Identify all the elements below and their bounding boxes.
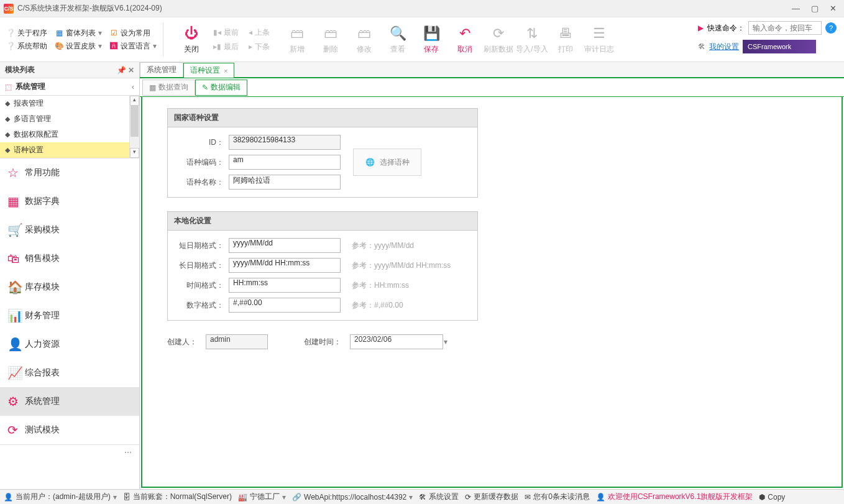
main-area: 系统管理 语种设置× ▦数据查询 ✎数据编辑 国家语种设置 ID：3829802… — [140, 62, 844, 489]
number-input[interactable]: #,##0.00 — [229, 298, 341, 313]
status-factory[interactable]: 🏭宁德工厂▾ — [238, 492, 286, 502]
help-icon[interactable]: ? — [825, 22, 837, 34]
menubar: ❔关于程序 ▦窗体列表 ▾ ☑设为常用 ❔系统帮助 🎨设置皮肤 ▾ 🅰设置语言 … — [0, 17, 844, 62]
nav-item-dict[interactable]: ▦数据字典 — [0, 187, 139, 216]
last-record-button[interactable]: ▸▮最后 — [213, 42, 239, 52]
modify-button[interactable]: 🗃修改 — [347, 20, 381, 60]
refresh-button[interactable]: ⟳刷新数据 — [482, 20, 515, 60]
nav-item-sales[interactable]: 🛍销售模块 — [0, 244, 139, 273]
nav-item-hr[interactable]: 👤人力资源 — [0, 330, 139, 359]
time-input[interactable]: HH:mm:ss — [229, 278, 341, 293]
module-list-header: 模块列表 📌 ✕ — [0, 62, 139, 78]
titlebar-text: C/S系统快速开发框架-旗舰版V6.1(2024-09) — [17, 3, 162, 14]
nav-item-test[interactable]: ⟳测试模块 — [0, 416, 139, 444]
nav-item-purchase[interactable]: 🛒采购模块 — [0, 216, 139, 244]
tree-item[interactable]: ◆数据权限配置 — [0, 127, 129, 142]
about-button[interactable]: ❔关于程序 — [6, 28, 47, 39]
id-label: ID： — [177, 137, 229, 148]
set-skin-button[interactable]: 🎨设置皮肤 ▾ — [55, 41, 102, 52]
dropdown-icon[interactable]: ▾ — [441, 337, 451, 346]
quick-cmd-label: 快速命令： — [707, 23, 745, 34]
window-list-button[interactable]: ▦窗体列表 ▾ — [55, 28, 102, 39]
prev-record-button[interactable]: ◂上条 — [249, 27, 270, 38]
panel-lang-settings: 国家语种设置 ID：382980215984133 语种编码：am 语种名称：阿… — [167, 108, 478, 198]
window-controls: — ▢ ✕ — [792, 4, 840, 13]
nav-item-sysmgmt[interactable]: ⚙系统管理 — [0, 387, 139, 416]
save-button[interactable]: 💾保存 — [415, 20, 448, 60]
edit-icon: ✎ — [202, 83, 208, 92]
tree-item[interactable]: ◆多语言管理 — [0, 111, 129, 127]
tree-area: ◆报表管理 ◆多语言管理 ◆数据权限配置 ◆语种设置 ▴▾ — [0, 96, 139, 158]
sub-tab-edit[interactable]: ✎数据编辑 — [195, 80, 247, 96]
status-update-cache[interactable]: ⟳更新缓存数据 — [465, 492, 518, 502]
tree-item[interactable]: ◆报表管理 — [0, 96, 129, 111]
hint: 参考：yyyy/MM/dd HH:mm:ss — [352, 260, 451, 271]
status-sys-settings[interactable]: 🛠系统设置 — [419, 492, 459, 502]
quick-cmd-input[interactable] — [748, 21, 822, 35]
promo-banner[interactable]: CSFramework — [743, 40, 816, 53]
nav-list: ☆常用功能 ▦数据字典 🛒采购模块 🛍销售模块 🏠库存模块 📊财务管理 👤人力资… — [0, 158, 139, 444]
close-window-button[interactable]: ✕ — [830, 4, 837, 13]
pin-icon[interactable]: 📌 ✕ — [117, 66, 134, 75]
short-date-input[interactable]: yyyy/MM/dd — [229, 238, 341, 253]
create-time-input[interactable]: 2023/02/06 — [350, 334, 443, 349]
nav-item-report[interactable]: 📈综合报表 — [0, 359, 139, 387]
long-date-input[interactable]: yyyy/MM/dd HH:mm:ss — [229, 258, 341, 273]
close-button[interactable]: ⏻关闭 — [175, 20, 208, 60]
panel-header: 国家语种设置 — [168, 109, 477, 127]
next-record-button[interactable]: ▸下条 — [249, 42, 270, 52]
nav-item-common[interactable]: ☆常用功能 — [0, 158, 139, 187]
doc-tab[interactable]: 语种设置× — [183, 63, 234, 78]
doc-tabs: 系统管理 语种设置× — [140, 62, 844, 78]
nav-more[interactable]: ⋯ — [0, 444, 139, 459]
code-input[interactable]: am — [229, 155, 341, 170]
view-button[interactable]: 🔍查看 — [381, 20, 415, 60]
status-copy[interactable]: ⬢Copy — [759, 493, 785, 502]
quick-cmd-icon: ▶ — [698, 24, 704, 32]
my-settings-link[interactable]: 我的设置 — [709, 42, 739, 52]
hint: 参考：yyyy/MM/dd — [352, 241, 414, 251]
grid-icon: ▦ — [149, 83, 156, 92]
first-record-button[interactable]: ▮◂最前 — [213, 27, 239, 38]
audit-log-button[interactable]: ☰审计日志 — [582, 20, 616, 60]
sub-tab-query[interactable]: ▦数据查询 — [142, 80, 195, 96]
maximize-button[interactable]: ▢ — [811, 4, 819, 13]
globe-icon: 🌐 — [365, 158, 375, 167]
doc-tab[interactable]: 系统管理 — [140, 62, 183, 77]
delete-button[interactable]: 🗃删除 — [314, 20, 347, 60]
chevron-left-icon: ‹ — [132, 83, 134, 91]
statusbar: 👤当前用户：(admin-超级用户)▾ 🗄当前账套：Normal(SqlServ… — [0, 489, 844, 504]
status-unread[interactable]: ✉您有0条未读消息 — [525, 492, 590, 502]
section-icon: ⬚ — [5, 83, 12, 91]
id-input: 382980215984133 — [229, 135, 341, 150]
sub-tabs: ▦数据查询 ✎数据编辑 — [140, 78, 844, 97]
name-input[interactable]: 阿姆哈拉语 — [229, 175, 341, 190]
content: 国家语种设置 ID：382980215984133 语种编码：am 语种名称：阿… — [141, 97, 843, 488]
status-welcome: 👤欢迎使用CSFrameworkV6.1旗舰版开发框架 — [596, 492, 753, 502]
accordion-section[interactable]: ⬚ 系统管理 ‹ — [0, 78, 139, 96]
choose-lang-button[interactable]: 🌐选择语种 — [353, 149, 421, 176]
settings-icon: 🛠 — [698, 42, 705, 51]
minimize-button[interactable]: — — [792, 4, 800, 13]
creator-input: admin — [206, 334, 268, 349]
import-export-button[interactable]: ⇅导入/导入 — [515, 20, 549, 60]
nav-item-finance[interactable]: 📊财务管理 — [0, 301, 139, 330]
set-common-button[interactable]: ☑设为常用 — [109, 28, 150, 39]
print-button[interactable]: 🖶打印 — [549, 20, 582, 60]
tree-scrollbar[interactable]: ▴▾ — [129, 96, 139, 158]
creator-label: 创建人： — [167, 337, 197, 347]
set-lang-button[interactable]: 🅰设置语言 ▾ — [109, 41, 157, 52]
quick-zone: ▶ 快速命令： ? 🛠 我的设置 CSFramework — [693, 17, 842, 62]
status-webapi[interactable]: 🔗WebApi:https://localhost:44392▾ — [292, 493, 413, 502]
add-button[interactable]: 🗃新增 — [280, 20, 314, 60]
tree-item[interactable]: ◆语种设置 — [0, 142, 129, 158]
sys-help-button[interactable]: ❔系统帮助 — [6, 41, 47, 52]
panel-locale-settings: 本地化设置 短日期格式：yyyy/MM/dd参考：yyyy/MM/dd 长日期格… — [167, 211, 478, 321]
code-label: 语种编码： — [177, 157, 229, 168]
status-account[interactable]: 🗄当前账套：Normal(SqlServer) — [123, 492, 232, 502]
cancel-button[interactable]: ↶取消 — [448, 20, 482, 60]
app-icon: C/S — [4, 4, 14, 14]
close-tab-icon[interactable]: × — [224, 67, 227, 75]
nav-item-stock[interactable]: 🏠库存模块 — [0, 273, 139, 301]
status-user[interactable]: 👤当前用户：(admin-超级用户)▾ — [4, 492, 117, 502]
